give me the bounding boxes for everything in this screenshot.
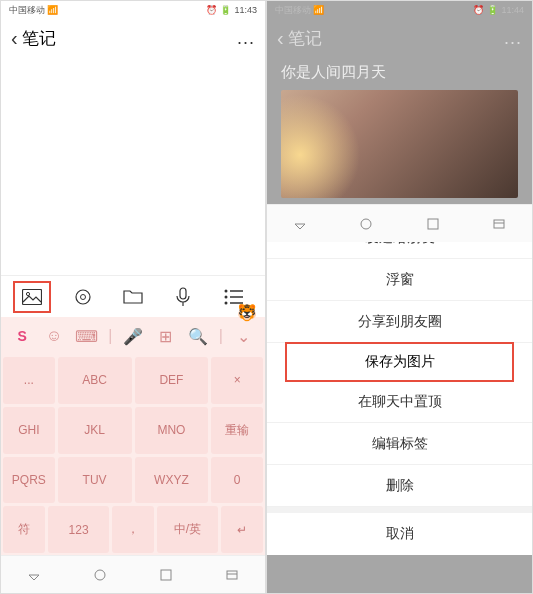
more-button[interactable]: ... [504,28,522,49]
emoji-icon[interactable]: ☺ [43,324,65,348]
battery-icon: 🔋 [220,5,231,15]
key-wxyz[interactable]: WXYZ [135,457,209,504]
voice-key-icon[interactable]: 🎤 [122,324,144,348]
svg-rect-4 [180,288,186,299]
nav-bar [1,555,265,593]
image-button[interactable] [13,281,51,313]
key-punct[interactable]: ... [3,357,55,404]
folder-button[interactable] [114,281,152,313]
back-icon[interactable]: ‹ [277,27,284,50]
svg-point-15 [361,219,371,229]
nav-home-icon[interactable] [359,217,373,231]
key-abc[interactable]: ABC [58,357,132,404]
sheet-cancel[interactable]: 取消 [267,513,532,555]
svg-point-1 [27,292,30,295]
avatar-icon[interactable]: 🐯 [237,303,257,322]
svg-rect-12 [161,570,171,580]
nav-extra-icon[interactable] [225,568,239,582]
status-bar: 中国移动 📶 ⏰ 🔋 11:44 [267,1,532,19]
svg-point-3 [80,294,85,299]
nav-home-icon[interactable] [93,568,107,582]
carrier-label: 中国移动 [9,4,45,17]
note-editor[interactable] [1,57,265,275]
key-clear[interactable]: 重输 [211,407,263,454]
battery-icon: 🔋 [487,5,498,15]
signal-icon: 📶 [313,5,324,15]
sheet-float[interactable]: 浮窗 [267,259,532,301]
signal-icon: 📶 [47,5,58,15]
svg-rect-13 [227,571,237,579]
sheet-share-moments[interactable]: 分享到朋友圈 [267,301,532,343]
page-title: 笔记 [288,27,322,50]
svg-point-7 [224,301,227,304]
key-symbol[interactable]: 符 [3,506,45,553]
keyboard: S ☺ ⌨ | 🎤 ⊞ 🔍 | ⌄ 🐯 ... ABC DEF × [1,317,265,555]
key-comma[interactable]: ， [112,506,154,553]
location-button[interactable] [64,281,102,313]
search-icon[interactable]: 🔍 [187,324,209,348]
clock-label: 11:43 [234,5,257,15]
key-jkl[interactable]: JKL [58,407,132,454]
chevron-down-icon[interactable]: ⌄ [233,324,255,348]
key-zero[interactable]: 0 [211,457,263,504]
action-sheet: 发送给朋友 浮窗 分享到朋友圈 保存为图片 在聊天中置顶 编辑标签 删除 取消 [267,217,532,555]
svg-rect-0 [23,289,42,304]
carrier-label: 中国移动 [275,4,311,17]
nav-back-icon[interactable] [27,568,41,582]
alarm-icon: ⏰ [473,5,484,15]
keyboard-toolbar: S ☺ ⌨ | 🎤 ⊞ 🔍 | ⌄ 🐯 [1,317,265,355]
sogou-icon[interactable]: S [11,324,33,348]
phone-right: 中国移动 📶 ⏰ 🔋 11:44 ‹ 笔记 ... 你是人间四月天 发送给朋友 … [266,0,533,594]
svg-point-6 [224,295,227,298]
note-content: 你是人间四月天 [267,57,532,204]
header: ‹ 笔记 ... [1,19,265,57]
key-mno[interactable]: MNO [135,407,209,454]
svg-rect-17 [494,220,504,228]
nav-recent-icon[interactable] [159,568,173,582]
clock-label: 11:44 [501,5,524,15]
key-enter[interactable]: ↵ [221,506,263,553]
header: ‹ 笔记 ... [267,19,532,57]
note-title: 你是人间四月天 [281,63,518,82]
voice-button[interactable] [164,281,202,313]
nav-bar [267,204,532,242]
alarm-icon: ⏰ [206,5,217,15]
grid-icon[interactable]: ⊞ [154,324,176,348]
sheet-delete[interactable]: 删除 [267,465,532,507]
editor-toolbar [1,275,265,317]
sheet-save-image-highlight: 保存为图片 [285,342,514,382]
sheet-pin-chat[interactable]: 在聊天中置顶 [267,381,532,423]
key-backspace[interactable]: × [211,357,263,404]
key-pqrs[interactable]: PQRS [3,457,55,504]
svg-point-5 [224,289,227,292]
sheet-save-image[interactable]: 保存为图片 [287,344,512,380]
nav-back-icon[interactable] [293,217,307,231]
back-icon[interactable]: ‹ [11,27,18,50]
page-title: 笔记 [22,27,56,50]
svg-point-2 [76,290,90,304]
nav-extra-icon[interactable] [492,217,506,231]
nav-recent-icon[interactable] [426,217,440,231]
key-tuv[interactable]: TUV [58,457,132,504]
more-button[interactable]: ... [237,28,255,49]
note-image [281,90,518,198]
phone-left: 中国移动 📶 ⏰ 🔋 11:43 ‹ 笔记 ... [0,0,266,594]
key-lang[interactable]: 中/英 [157,506,217,553]
key-ghi[interactable]: GHI [3,407,55,454]
svg-point-11 [95,570,105,580]
key-def[interactable]: DEF [135,357,209,404]
svg-rect-16 [428,219,438,229]
key-123[interactable]: 123 [48,506,108,553]
sheet-edit-tags[interactable]: 编辑标签 [267,423,532,465]
status-bar: 中国移动 📶 ⏰ 🔋 11:43 [1,1,265,19]
keyboard-type-icon[interactable]: ⌨ [75,324,98,348]
